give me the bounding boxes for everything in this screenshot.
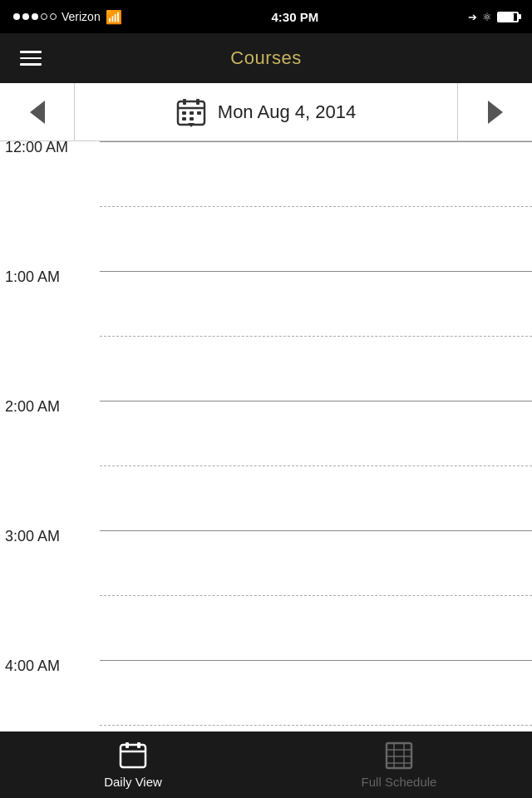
dashed-line bbox=[100, 336, 532, 337]
calendar-icon bbox=[176, 97, 206, 127]
bluetooth-icon: ⚛ bbox=[482, 11, 492, 23]
solid-line bbox=[100, 401, 532, 401]
signal-dot-5 bbox=[50, 13, 57, 20]
time-lines-3am bbox=[100, 530, 532, 660]
solid-line bbox=[100, 530, 532, 531]
carrier-label: Verizon bbox=[62, 10, 101, 23]
time-label-4am: 4:00 AM bbox=[0, 658, 100, 673]
signal-strength bbox=[13, 13, 57, 20]
tab-full-schedule[interactable]: Full Schedule bbox=[266, 732, 532, 798]
solid-line bbox=[100, 141, 532, 142]
time-lines-12am bbox=[100, 141, 532, 271]
menu-line-3 bbox=[20, 63, 42, 66]
svg-rect-10 bbox=[121, 745, 145, 767]
date-navigation: Mon Aug 4, 2014 bbox=[0, 83, 532, 141]
signal-dot-2 bbox=[22, 13, 29, 20]
menu-line-2 bbox=[20, 57, 42, 60]
prev-arrow-icon bbox=[30, 101, 45, 124]
svg-rect-5 bbox=[190, 111, 194, 115]
time-lines-4am bbox=[100, 660, 532, 732]
dashed-line bbox=[100, 595, 532, 596]
svg-rect-2 bbox=[183, 99, 186, 105]
status-bar: Verizon 📶 4:30 PM ➔ ⚛ bbox=[0, 0, 532, 33]
daily-view-icon bbox=[119, 741, 147, 770]
current-date-label: Mon Aug 4, 2014 bbox=[218, 101, 356, 123]
svg-rect-6 bbox=[197, 111, 201, 115]
wifi-icon: 📶 bbox=[106, 9, 122, 25]
next-day-button[interactable] bbox=[457, 83, 532, 141]
menu-line-1 bbox=[20, 51, 42, 53]
solid-line bbox=[100, 271, 532, 272]
dashed-line bbox=[100, 466, 532, 466]
daily-view-label: Daily View bbox=[104, 775, 162, 789]
date-center: Mon Aug 4, 2014 bbox=[75, 97, 457, 127]
time-label-3am: 3:00 AM bbox=[0, 529, 100, 544]
svg-rect-3 bbox=[196, 99, 200, 105]
time-grid: 12:00 AM 1:00 AM 2:00 AM 3:00 AM 4:00 AM bbox=[0, 141, 532, 732]
battery-fill bbox=[499, 13, 514, 21]
nav-bar: Courses bbox=[0, 33, 532, 83]
time-slot-2am: 2:00 AM bbox=[0, 401, 532, 530]
prev-day-button[interactable] bbox=[0, 83, 75, 141]
dashed-line bbox=[100, 725, 532, 726]
battery-icon bbox=[497, 12, 519, 22]
signal-dot-1 bbox=[13, 13, 20, 20]
svg-rect-12 bbox=[126, 742, 129, 748]
svg-rect-7 bbox=[182, 117, 186, 121]
page-title: Courses bbox=[230, 47, 301, 69]
signal-dot-4 bbox=[41, 13, 47, 20]
time-slot-1am: 1:00 AM bbox=[0, 271, 532, 401]
time-slot-12am: 12:00 AM bbox=[0, 141, 532, 271]
location-icon: ➔ bbox=[468, 11, 477, 23]
time-label-12am: 12:00 AM bbox=[0, 141, 100, 155]
svg-rect-13 bbox=[137, 742, 140, 748]
time-lines-2am bbox=[100, 401, 532, 530]
time-label-2am: 2:00 AM bbox=[0, 399, 100, 414]
full-schedule-icon bbox=[385, 741, 413, 770]
time-slot-3am: 3:00 AM bbox=[0, 530, 532, 660]
solid-line bbox=[100, 660, 532, 661]
time-label-1am: 1:00 AM bbox=[0, 269, 100, 284]
signal-dot-3 bbox=[32, 13, 38, 20]
svg-rect-8 bbox=[190, 117, 194, 121]
full-schedule-label: Full Schedule bbox=[362, 775, 437, 789]
tab-bar: Daily View Full Schedule bbox=[0, 732, 532, 798]
menu-button[interactable] bbox=[13, 44, 48, 72]
next-arrow-icon bbox=[488, 101, 503, 124]
tab-daily-view[interactable]: Daily View bbox=[0, 732, 266, 798]
svg-rect-4 bbox=[182, 111, 186, 115]
dashed-line bbox=[100, 206, 532, 207]
svg-rect-14 bbox=[387, 743, 411, 768]
status-time: 4:30 PM bbox=[272, 10, 319, 24]
time-slot-4am: 4:00 AM bbox=[0, 660, 532, 732]
time-lines-1am bbox=[100, 271, 532, 401]
status-left: Verizon 📶 bbox=[13, 9, 122, 25]
status-right: ➔ ⚛ bbox=[468, 11, 519, 23]
